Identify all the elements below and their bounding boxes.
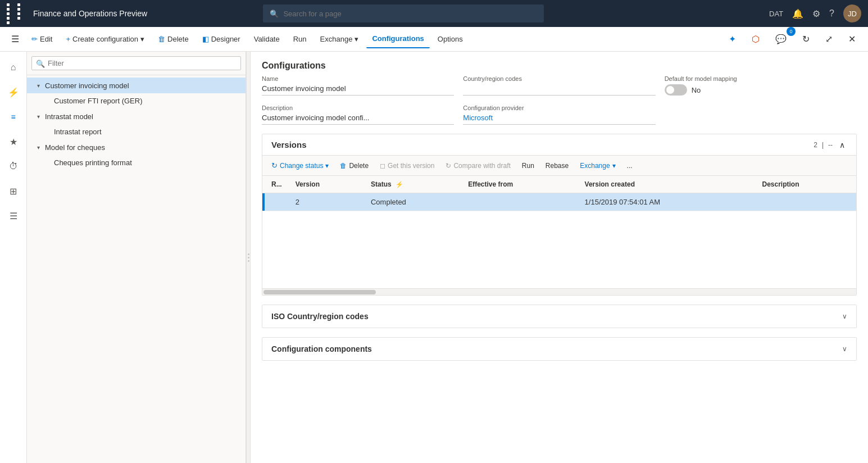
versions-exchange-button[interactable]: Exchange ▾	[575, 160, 620, 172]
delete-icon: 🗑	[158, 35, 165, 43]
tree-item-customer-fti[interactable]: Customer FTI report (GER)	[27, 93, 246, 108]
version-created-cell: 1/15/2019 07:54:01 AM	[578, 193, 756, 211]
versions-run-button[interactable]: Run	[517, 160, 539, 172]
status-filter-icon[interactable]: ⚡	[396, 181, 403, 188]
home-icon[interactable]: ⌂	[2, 56, 25, 79]
description-field: Description Customer invoicing model con…	[262, 105, 454, 125]
splitter-dots	[248, 253, 249, 262]
close-button[interactable]: ✕	[843, 30, 861, 48]
office-button[interactable]: ⬡	[746, 30, 765, 48]
panel-splitter[interactable]	[246, 52, 251, 463]
default-mapping-label: Default for model mapping	[665, 75, 857, 82]
country-codes-label: Country/region codes	[463, 75, 655, 82]
versions-more-button[interactable]: ...	[622, 160, 637, 172]
delete-button[interactable]: 🗑 Delete	[152, 30, 194, 48]
personalize-button[interactable]: ✦	[723, 30, 742, 48]
tree-item-customer-invoicing[interactable]: ▾ Customer invoicing model	[27, 78, 246, 93]
versions-delete-icon: 🗑	[340, 162, 347, 170]
iso-section-title: ISO Country/region codes	[271, 312, 369, 321]
global-search-input[interactable]	[283, 10, 537, 18]
col-status: Status ⚡	[364, 176, 461, 193]
change-status-button[interactable]: ↻ Change status ▾	[267, 159, 333, 172]
versions-delete-button[interactable]: 🗑 Delete	[335, 160, 373, 172]
list-icon[interactable]: ≡	[2, 106, 25, 128]
description-cell	[756, 193, 857, 211]
tree-filter-input[interactable]	[31, 56, 241, 70]
row-num	[265, 193, 289, 211]
edit-icon: ✏	[31, 35, 38, 43]
tree-content: ▾ Customer invoicing model Customer FTI …	[27, 75, 246, 463]
create-config-button[interactable]: + Create configuration ▾	[60, 30, 150, 48]
provider-field: Configuration provider Microsoft	[463, 105, 655, 125]
notification-icon[interactable]: 🔔	[792, 8, 803, 19]
components-section-header[interactable]: Configuration components ∨	[262, 338, 856, 360]
app-title: Finance and Operations Preview	[33, 9, 147, 18]
col-effective-from: Effective from	[461, 176, 578, 193]
horizontal-scrollbar[interactable]	[262, 288, 856, 295]
chevron-down-icon: ▾	[34, 143, 43, 152]
designer-icon: ◧	[202, 35, 209, 43]
detail-panel: Configurations Name Customer invoicing m…	[251, 52, 868, 463]
exchange-button[interactable]: Exchange ▾	[315, 30, 365, 48]
edit-button[interactable]: ✏ Edit	[26, 30, 58, 48]
table-row[interactable]: 2 Completed 1/15/2019 07:54:01 AM	[262, 193, 856, 211]
versions-title: Versions	[271, 140, 307, 149]
validate-button[interactable]: Validate	[248, 30, 285, 48]
versions-section: Versions 2 | -- ∧ ↻ Change status ▾ 🗑 De…	[262, 134, 857, 296]
name-field: Name Customer invoicing model	[262, 75, 454, 96]
compare-icon: ↻	[446, 162, 451, 170]
filter-icon[interactable]: ⚡	[2, 81, 25, 103]
country-codes-field: Country/region codes	[463, 75, 655, 96]
components-section-title: Configuration components	[271, 344, 372, 353]
toggle-knob	[666, 86, 674, 94]
designer-button[interactable]: ◧ Designer	[197, 30, 246, 48]
tree-item-model-cheques[interactable]: ▾ Model for cheques	[27, 139, 246, 155]
toggle-wrap: No	[665, 84, 857, 96]
chevron-down-icon: ▾	[34, 112, 43, 121]
col-version[interactable]: Version	[289, 176, 364, 193]
favorites-icon[interactable]: ★	[2, 130, 25, 153]
run-button[interactable]: Run	[288, 30, 312, 48]
expand-button[interactable]: ⤢	[820, 30, 838, 48]
filter-search-icon: 🔍	[36, 59, 45, 67]
message-badge-wrap: 💬 0	[770, 30, 792, 48]
iso-section-header[interactable]: ISO Country/region codes ∨	[262, 305, 856, 328]
refresh-button[interactable]: ↻	[797, 30, 815, 48]
clock-icon[interactable]: ⏱	[2, 155, 25, 178]
tree-filter: 🔍	[27, 52, 246, 75]
rebase-button[interactable]: Rebase	[541, 160, 573, 172]
global-search[interactable]: 🔍	[263, 4, 544, 22]
help-icon[interactable]: ?	[829, 8, 834, 19]
components-section: Configuration components ∨	[262, 337, 857, 361]
provider-value: Microsoft	[463, 114, 655, 125]
tree-item-intrastat-model[interactable]: ▾ Intrastat model	[27, 108, 246, 124]
change-status-icon: ↻	[271, 161, 278, 170]
sidebar-icons: ⌂ ⚡ ≡ ★ ⏱ ⊞ ☰	[0, 52, 27, 463]
versions-count: 2	[814, 141, 817, 149]
avatar[interactable]: JD	[843, 4, 861, 22]
default-mapping-toggle[interactable]	[665, 84, 687, 96]
col-version-created: Version created	[578, 176, 756, 193]
configurations-tab[interactable]: Configurations	[366, 30, 429, 48]
version-cell: 2	[289, 193, 364, 211]
provider-link[interactable]: Microsoft	[463, 114, 493, 122]
versions-header: Versions 2 | -- ∧	[262, 134, 856, 156]
scrollbar-thumb[interactable]	[263, 290, 376, 294]
compare-draft-button[interactable]: ↻ Compare with draft	[441, 160, 515, 172]
get-version-button[interactable]: ◻ Get this version	[375, 160, 439, 172]
create-chevron-icon: ▾	[140, 35, 144, 43]
change-status-chevron: ▾	[325, 162, 329, 170]
default-mapping-field: Default for model mapping No	[665, 75, 857, 96]
iso-chevron-icon: ∨	[842, 312, 847, 320]
settings-icon[interactable]: ⚙	[812, 8, 820, 19]
create-icon: +	[66, 35, 70, 43]
grid-icon[interactable]: ⊞	[2, 180, 25, 202]
versions-collapse-button[interactable]: ∧	[837, 140, 847, 149]
modules-icon[interactable]: ☰	[2, 205, 25, 227]
apps-grid-icon[interactable]	[7, 3, 26, 24]
options-button[interactable]: Options	[432, 30, 469, 48]
hamburger-button[interactable]: ☰	[7, 30, 24, 48]
tree-item-cheques-format[interactable]: Cheques printing format	[27, 155, 246, 170]
effective-from-cell	[461, 193, 578, 211]
tree-item-intrastat-report[interactable]: Intrastat report	[27, 124, 246, 139]
